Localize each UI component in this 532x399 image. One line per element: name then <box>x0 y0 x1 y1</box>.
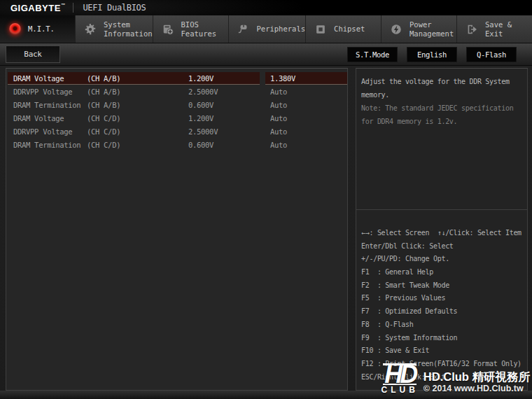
setting-row-ddrvpp-voltage-cd[interactable]: DDRVPP Voltage (CH C/D) 2.5000V Auto <box>6 125 347 139</box>
tab-label: Save & Exit <box>485 20 532 38</box>
divider <box>73 3 74 13</box>
setting-label: DRAM Termination <box>13 141 80 149</box>
tab-label: Features <box>181 29 217 38</box>
language-button[interactable]: English <box>407 47 457 62</box>
tab-label: Power <box>410 20 454 29</box>
tab-bios-features[interactable]: BIOSFeatures <box>153 15 229 43</box>
tab-label: Chipset <box>334 24 365 34</box>
hotkey-legend: ←→: Select Screen ↑↓/Click: Select Item … <box>356 210 527 386</box>
tab-label: M.I.T. <box>28 24 55 34</box>
hotkey-line: F8 : Q-Flash <box>361 321 527 334</box>
sub-toolbar: Back S.T.Mode English Q-Flash <box>0 43 532 66</box>
setting-default: 1.200V <box>188 74 214 83</box>
setting-value[interactable]: Auto <box>270 88 287 96</box>
setting-row-dram-termination-ab[interactable]: DRAM Termination (CH A/B) 0.600V Auto <box>6 99 347 112</box>
setting-label: DRAM Voltage <box>13 114 64 122</box>
save-exit-icon <box>465 22 479 36</box>
hotkey-line: +/-/PU/PD: Change Opt. <box>361 255 527 268</box>
back-button[interactable]: Back <box>6 46 60 63</box>
setting-channel: (CH C/D) <box>87 114 120 122</box>
hotkey-line: F12 : Print Screen(FAT16/32 Format Only) <box>361 360 527 373</box>
tab-label: System <box>104 20 153 29</box>
tab-power-management[interactable]: PowerManagement <box>382 15 457 43</box>
tab-label: BIOS <box>181 20 217 29</box>
setting-label: DDRVPP Voltage <box>13 127 72 136</box>
tab-label: Information <box>104 29 153 38</box>
setting-default: 0.600V <box>188 141 214 149</box>
mouse-icon <box>237 22 251 36</box>
tab-mit[interactable]: M.I.T. <box>0 15 76 43</box>
setting-value[interactable]: 1.380V <box>270 74 295 83</box>
setting-label: DRAM Termination <box>13 101 80 109</box>
hotkey-line: ←→: Select Screen ↑↓/Click: Select Item <box>361 229 527 242</box>
gigabyte-logo: GIGABYTE™ <box>0 3 65 13</box>
setting-value[interactable]: Auto <box>270 141 287 149</box>
setting-row-dram-voltage-ab[interactable]: DRAM Voltage (CH A/B) 1.200V 1.380V <box>6 72 347 85</box>
gear-icon <box>83 22 97 36</box>
tab-peripherals[interactable]: Peripherals <box>229 15 307 43</box>
tab-chipset[interactable]: Chipset <box>306 15 382 43</box>
setting-label: DRAM Voltage <box>13 74 64 83</box>
setting-default: 2.5000V <box>188 88 218 96</box>
hotkey-line: ESC/Right Click: Exit <box>361 373 527 386</box>
bottom-strip <box>0 391 532 399</box>
setting-label: DDRVPP Voltage <box>13 88 72 96</box>
setting-channel: (CH C/D) <box>87 141 120 149</box>
setting-value[interactable]: Auto <box>270 101 287 109</box>
hotkey-line: F10 : Save & Exit <box>361 346 527 360</box>
st-mode-button[interactable]: S.T.Mode <box>347 47 398 62</box>
hotkey-line: F7 : Optimized Defaults <box>361 307 527 321</box>
tab-save-exit[interactable]: Save & Exit <box>457 15 532 43</box>
info-panel: Adjust the voltage for the DDR System me… <box>356 68 528 391</box>
tab-label: Management <box>410 29 454 38</box>
setting-default: 2.5000V <box>188 127 218 136</box>
help-description: Adjust the voltage for the DDR System me… <box>361 75 527 102</box>
help-note: Note: The standard JEDEC specification f… <box>361 102 527 128</box>
setting-value[interactable]: Auto <box>270 114 287 122</box>
mit-led-icon <box>8 22 22 36</box>
settings-panel: DRAM Voltage (CH A/B) 1.200V 1.380V DDRV… <box>6 68 348 391</box>
setting-row-ddrvpp-voltage-ab[interactable]: DDRVPP Voltage (CH A/B) 2.5000V Auto <box>6 85 347 99</box>
help-section: Adjust the voltage for the DDR System me… <box>356 69 527 210</box>
setting-channel: (CH A/B) <box>87 88 120 96</box>
tab-label: Peripherals <box>257 24 306 34</box>
setting-default: 1.200V <box>188 114 214 122</box>
tab-system-information[interactable]: SystemInformation <box>76 15 153 43</box>
chipset-icon <box>314 22 328 36</box>
hotkey-line: F1 : General Help <box>361 268 527 281</box>
setting-row-dram-voltage-cd[interactable]: DRAM Voltage (CH C/D) 1.200V Auto <box>6 112 347 125</box>
title-bar: GIGABYTE™ UEFI DualBIOS <box>0 0 532 15</box>
setting-row-dram-termination-cd[interactable]: DRAM Termination (CH C/D) 0.600V Auto <box>6 139 347 152</box>
hotkey-line: F5 : Previous Values <box>361 294 527 307</box>
setting-channel: (CH A/B) <box>87 74 120 83</box>
power-icon <box>389 22 403 36</box>
q-flash-button[interactable]: Q-Flash <box>466 47 517 62</box>
setting-value[interactable]: Auto <box>270 127 287 136</box>
bios-features-icon <box>161 22 175 36</box>
uefi-title: UEFI DualBIOS <box>83 3 146 13</box>
trademark: ™ <box>61 3 66 7</box>
setting-channel: (CH A/B) <box>87 101 120 109</box>
main-menu-tabbar: M.I.T. SystemInformation BIOSFeatures Pe… <box>0 15 532 43</box>
setting-channel: (CH C/D) <box>87 127 120 136</box>
hotkey-line: F2 : Smart Tweak Mode <box>361 281 527 295</box>
hotkey-line: F9 : System Information <box>361 334 527 347</box>
hotkey-line: Enter/Dbl Click: Select <box>361 242 527 255</box>
setting-default: 0.600V <box>188 101 214 109</box>
